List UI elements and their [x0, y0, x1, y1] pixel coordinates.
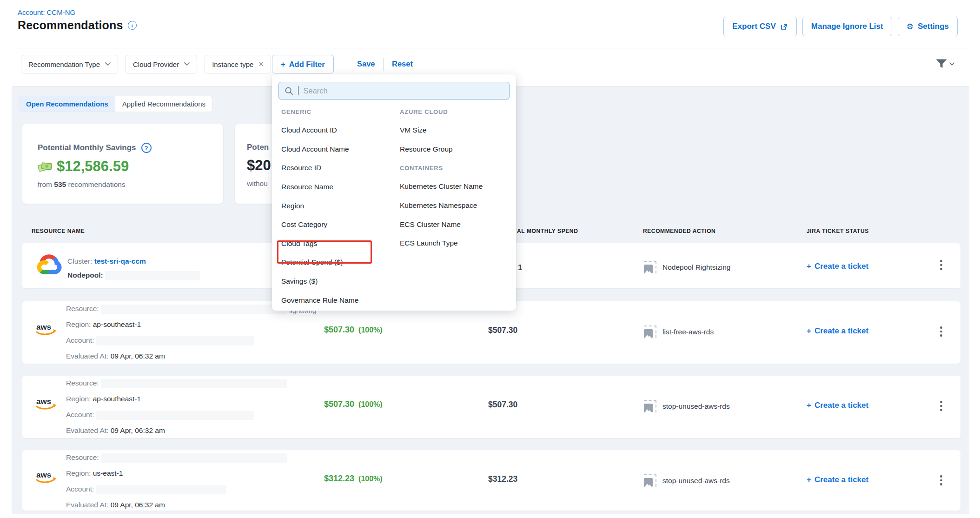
- filter-option-resource-group[interactable]: Resource Group: [400, 140, 511, 159]
- filter-option-resource-name[interactable]: Resource Name: [281, 178, 395, 197]
- account-line: Account:: [66, 485, 226, 494]
- reset-button[interactable]: Reset: [392, 60, 413, 68]
- plus-icon: +: [807, 401, 811, 410]
- chevron-down-icon: [105, 62, 111, 66]
- account-line: Account:: [66, 411, 254, 420]
- info-icon[interactable]: i: [128, 21, 137, 30]
- action-label: list-free-aws-rds: [662, 328, 714, 336]
- chip-cloud-provider[interactable]: Cloud Provider: [126, 55, 197, 73]
- table-row[interactable]: aws Resource: Region: ap-southeast-1 Acc…: [22, 376, 960, 438]
- monthly-savings-value: $507.30(100%): [324, 399, 383, 409]
- create-ticket-button[interactable]: + Create a ticket: [807, 262, 868, 271]
- create-ticket-button[interactable]: + Create a ticket: [807, 475, 868, 485]
- table-row[interactable]: aws Resource: Region: us-east-1 Account:…: [22, 450, 960, 511]
- cluster-link[interactable]: test-sri-qa-ccm: [94, 257, 146, 265]
- evaluated-line: Evaluated At: 09 Apr, 06:32 am: [66, 426, 165, 435]
- row-menu-button[interactable]: [937, 472, 945, 488]
- recommendations-tabs: Open Recommendations Applied Recommendat…: [19, 96, 213, 112]
- filter-option-cloud-account-id[interactable]: Cloud Account ID: [281, 121, 395, 140]
- filter-option-region[interactable]: Region: [281, 196, 395, 215]
- filter-option-governance-rule-name[interactable]: Governance Rule Name: [281, 291, 395, 310]
- action-label: Nodepool Rightsizing: [662, 263, 730, 272]
- filter-option-ecs-launch-type[interactable]: ECS Launch Type: [400, 234, 511, 253]
- export-csv-button[interactable]: Export CSV: [723, 17, 797, 36]
- plus-icon: +: [281, 60, 285, 69]
- aws-icon: aws: [34, 322, 59, 338]
- action-label: stop-unused-aws-rds: [662, 477, 730, 485]
- settings-label: Settings: [918, 22, 949, 31]
- section-title-generic: GENERIC: [281, 102, 395, 121]
- recommended-action: stop-unused-aws-rds: [644, 474, 730, 487]
- create-ticket-label: Create a ticket: [814, 262, 868, 271]
- filter-option-cloud-tags[interactable]: Cloud Tags: [281, 234, 395, 253]
- search-icon: [285, 86, 293, 95]
- recommendations-page: Account: CCM-NG Recommendations i Export…: [0, 0, 980, 518]
- recommended-action: stop-unused-aws-rds: [644, 400, 730, 412]
- row-menu-button[interactable]: [937, 324, 945, 339]
- manage-ignore-list-label: Manage Ignore List: [811, 22, 883, 31]
- filter-option-kubernetes-namespace[interactable]: Kubernetes Namespace: [400, 196, 511, 215]
- settings-button[interactable]: ⚙ Settings: [898, 17, 958, 36]
- tab-applied-recommendations[interactable]: Applied Recommendations: [115, 96, 212, 112]
- svg-text:aws: aws: [36, 397, 51, 406]
- aws-icon: aws: [34, 396, 59, 412]
- filter-option-cost-category[interactable]: Cost Category: [281, 215, 395, 234]
- close-icon[interactable]: ×: [258, 60, 264, 68]
- tab-open-recommendations[interactable]: Open Recommendations: [19, 96, 115, 112]
- filter-option-cloud-account-name[interactable]: Cloud Account Name: [281, 140, 395, 159]
- redacted-value: [96, 411, 254, 420]
- add-filter-label: Add Filter: [289, 60, 325, 69]
- resource-line: Resource:: [66, 453, 287, 463]
- text-caret: [298, 86, 298, 95]
- monthly-spend-partial-value: 1: [518, 263, 522, 272]
- redacted-value: [101, 379, 287, 388]
- filter-funnel-button[interactable]: [935, 59, 954, 69]
- filter-options-column-generic: GENERIC Cloud Account ID Cloud Account N…: [281, 102, 395, 310]
- resource-line: Resource:: [66, 305, 287, 314]
- filter-option-vm-size[interactable]: VM Size: [400, 121, 511, 140]
- money-icon: [38, 160, 53, 173]
- monthly-spend-value: $507.30: [488, 400, 517, 410]
- aws-icon: aws: [34, 470, 59, 485]
- filter-option-ecs-cluster-name[interactable]: ECS Cluster Name: [400, 215, 511, 234]
- filter-options-column-cloud: AZURE CLOUD VM Size Resource Group CONTA…: [400, 102, 511, 253]
- filter-option-kubernetes-cluster-name[interactable]: Kubernetes Cluster Name: [400, 177, 511, 196]
- image-placeholder-icon: [644, 325, 656, 338]
- filter-option-potential-spend[interactable]: Potential Spend ($): [281, 253, 395, 272]
- chip-instance-type[interactable]: Instance type ×: [205, 55, 271, 73]
- redacted-value: [101, 453, 287, 463]
- filter-option-resource-id[interactable]: Resource ID: [281, 159, 395, 178]
- manage-ignore-list-button[interactable]: Manage Ignore List: [802, 17, 892, 36]
- action-label: stop-unused-aws-rds: [662, 402, 730, 411]
- table-row[interactable]: aws Resource: Region: ap-southeast-1 Acc…: [22, 301, 960, 364]
- save-button[interactable]: Save: [357, 60, 375, 68]
- redacted-value: [96, 336, 254, 345]
- create-ticket-button[interactable]: + Create a ticket: [807, 326, 868, 336]
- region-line: Region: ap-southeast-1: [66, 395, 141, 403]
- svg-text:aws: aws: [36, 471, 51, 479]
- header-actions: Export CSV Manage Ignore List ⚙ Settings: [723, 17, 958, 36]
- row-menu-button[interactable]: [937, 398, 945, 414]
- help-icon[interactable]: ?: [141, 143, 152, 153]
- search-input[interactable]: [303, 86, 503, 95]
- add-filter-dropdown: GENERIC Cloud Account ID Cloud Account N…: [272, 74, 516, 311]
- create-ticket-button[interactable]: + Create a ticket: [807, 401, 868, 410]
- export-csv-label: Export CSV: [732, 22, 776, 31]
- chip-recommendation-type[interactable]: Recommendation Type: [21, 55, 118, 73]
- redacted-value: [105, 271, 200, 280]
- cluster-line: Cluster: test-sri-qa-ccm: [67, 257, 146, 266]
- column-header-jira-ticket-status: JIRA TICKET STATUS: [807, 228, 869, 234]
- funnel-icon: [935, 59, 947, 69]
- evaluated-line: Evaluated At: 09 Apr, 06:32 am: [66, 352, 165, 360]
- monthly-spend-value: $312.23: [488, 474, 517, 484]
- breadcrumb[interactable]: Account: CCM-NG: [18, 8, 75, 16]
- chevron-down-icon: [184, 62, 190, 66]
- filter-option-savings[interactable]: Savings ($): [281, 272, 395, 291]
- image-placeholder-icon: [644, 261, 656, 273]
- title-row: Recommendations i: [18, 19, 137, 32]
- savings-amount: $12,586.59: [57, 158, 129, 175]
- row-menu-button[interactable]: [937, 257, 945, 273]
- save-reset-divider: [383, 58, 384, 71]
- filter-search-box[interactable]: [278, 82, 510, 100]
- add-filter-button[interactable]: + Add Filter: [272, 55, 334, 73]
